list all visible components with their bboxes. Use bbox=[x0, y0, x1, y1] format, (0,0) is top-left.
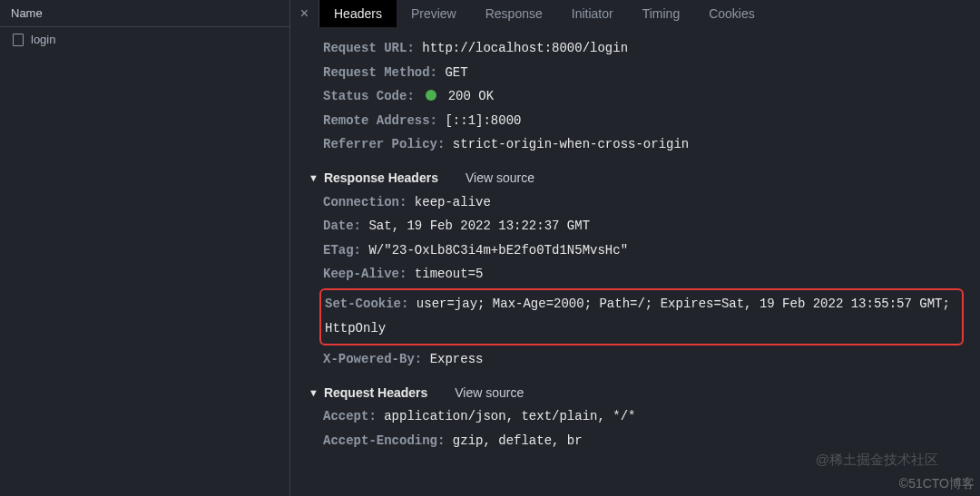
view-source-link[interactable]: View source bbox=[466, 166, 534, 190]
header-row: Referrer Policy: strict-origin-when-cros… bbox=[323, 132, 962, 157]
connection-key: Connection: bbox=[323, 195, 407, 209]
header-row: Accept: application/json, text/plain, */… bbox=[323, 404, 962, 429]
header-row: X-Powered-By: Express bbox=[323, 347, 962, 372]
document-icon bbox=[13, 34, 24, 46]
date-value: Sat, 19 Feb 2022 13:22:37 GMT bbox=[368, 219, 590, 233]
response-headers-title: Response Headers bbox=[324, 166, 438, 190]
tab-preview[interactable]: Preview bbox=[397, 0, 471, 27]
request-item-login[interactable]: login bbox=[0, 27, 289, 52]
headers-content: Request URL: http://localhost:8000/login… bbox=[290, 27, 980, 496]
request-headers-block: Accept: application/json, text/plain, */… bbox=[290, 404, 980, 452]
header-row: Date: Sat, 19 Feb 2022 13:22:37 GMT bbox=[323, 214, 962, 238]
tab-cookies[interactable]: Cookies bbox=[694, 0, 769, 27]
triangle-down-icon: ▼ bbox=[309, 384, 318, 403]
set-cookie-key: Set-Cookie: bbox=[325, 297, 408, 311]
accept-key: Accept: bbox=[323, 409, 377, 423]
x-powered-by-key: X-Powered-By: bbox=[323, 352, 422, 366]
tab-headers[interactable]: Headers bbox=[319, 0, 397, 27]
request-list: login bbox=[0, 27, 289, 496]
remote-address-key: Remote Address: bbox=[323, 113, 437, 128]
keep-alive-key: Keep-Alive: bbox=[323, 267, 407, 281]
view-source-link[interactable]: View source bbox=[455, 381, 524, 405]
general-section: Request URL: http://localhost:8000/login… bbox=[290, 36, 980, 157]
network-sidebar: Name login bbox=[0, 0, 290, 496]
x-powered-by-value: Express bbox=[430, 352, 484, 366]
set-cookie-highlight: Set-Cookie: user=jay; Max-Age=2000; Path… bbox=[319, 288, 964, 345]
date-key: Date: bbox=[323, 219, 361, 233]
tab-response[interactable]: Response bbox=[471, 0, 557, 27]
header-row: Connection: keep-alive bbox=[323, 190, 962, 215]
set-cookie-value: user=jay; Max-Age=2000; Path=/; Expires=… bbox=[325, 297, 950, 336]
header-row: Accept-Encoding: gzip, deflate, br bbox=[323, 429, 962, 453]
request-headers-title: Request Headers bbox=[324, 381, 427, 405]
accept-encoding-key: Accept-Encoding: bbox=[323, 433, 445, 448]
header-row: Remote Address: [::1]:8000 bbox=[323, 109, 962, 133]
request-url-value: http://localhost:8000/login bbox=[422, 41, 628, 55]
watermark-51cto: ©51CTO博客 bbox=[899, 476, 975, 492]
sidebar-column-header[interactable]: Name bbox=[0, 0, 289, 27]
request-url-key: Request URL: bbox=[323, 41, 415, 55]
etag-value: W/"23-OxLb8C3i4m+bE2fo0Td1N5MvsHc" bbox=[368, 243, 628, 258]
request-item-label: login bbox=[31, 33, 55, 46]
referrer-policy-key: Referrer Policy: bbox=[323, 137, 445, 151]
header-row: Request URL: http://localhost:8000/login bbox=[323, 36, 962, 61]
close-icon: × bbox=[300, 5, 309, 22]
accept-encoding-value: gzip, deflate, br bbox=[453, 433, 583, 448]
response-headers-block: Connection: keep-alive Date: Sat, 19 Feb… bbox=[290, 190, 980, 287]
triangle-down-icon: ▼ bbox=[309, 169, 318, 188]
referrer-policy-value: strict-origin-when-cross-origin bbox=[453, 137, 689, 151]
main-panel: × Headers Preview Response Initiator Tim… bbox=[290, 0, 980, 496]
remote-address-value: [::1]:8000 bbox=[445, 113, 521, 128]
header-row: Set-Cookie: user=jay; Max-Age=2000; Path… bbox=[321, 292, 956, 340]
connection-value: keep-alive bbox=[415, 195, 491, 209]
keep-alive-value: timeout=5 bbox=[415, 267, 484, 281]
watermark-juejin: @稀土掘金技术社区 bbox=[816, 452, 938, 469]
tab-timing[interactable]: Timing bbox=[628, 0, 695, 27]
header-row: ETag: W/"23-OxLb8C3i4m+bE2fo0Td1N5MvsHc" bbox=[323, 238, 962, 263]
accept-value: application/json, text/plain, */* bbox=[384, 409, 635, 423]
status-dot-icon bbox=[426, 90, 436, 101]
header-row: Request Method: GET bbox=[323, 61, 962, 85]
tabs-row: × Headers Preview Response Initiator Tim… bbox=[290, 0, 980, 27]
response-headers-block-2: X-Powered-By: Express bbox=[290, 347, 980, 372]
header-row: Keep-Alive: timeout=5 bbox=[323, 262, 962, 287]
status-code-value: 200 OK bbox=[448, 89, 494, 103]
request-method-value: GET bbox=[445, 65, 467, 80]
tab-initiator[interactable]: Initiator bbox=[557, 0, 628, 27]
close-panel-button[interactable]: × bbox=[290, 0, 319, 27]
response-headers-section-toggle[interactable]: ▼ Response Headers View source bbox=[290, 166, 980, 190]
request-method-key: Request Method: bbox=[323, 65, 437, 80]
status-code-key: Status Code: bbox=[323, 89, 415, 103]
etag-key: ETag: bbox=[323, 243, 361, 258]
request-headers-section-toggle[interactable]: ▼ Request Headers View source bbox=[290, 381, 980, 405]
sidebar-header-label: Name bbox=[11, 6, 43, 20]
header-row: Status Code: 200 OK bbox=[323, 84, 962, 109]
